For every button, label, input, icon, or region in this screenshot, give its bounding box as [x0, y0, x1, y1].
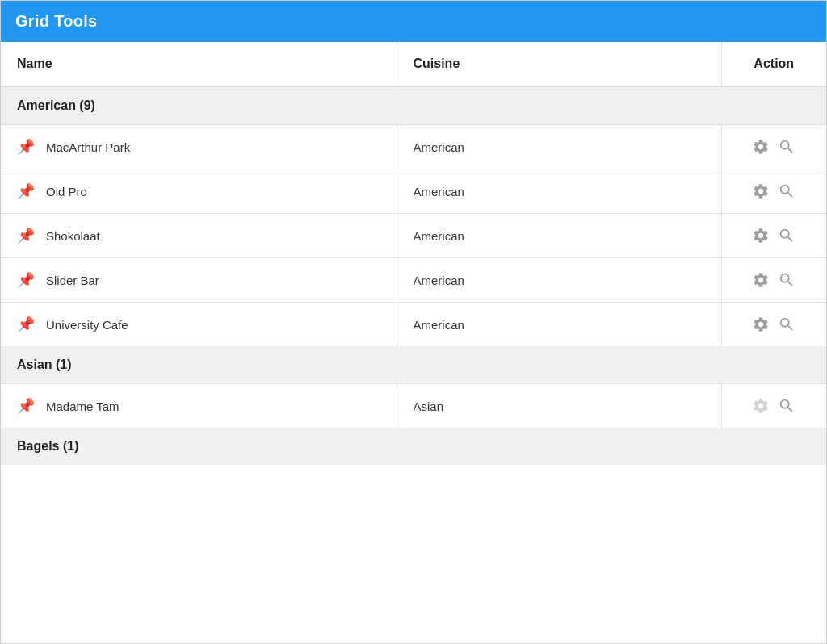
search-icon[interactable] [778, 271, 796, 289]
search-icon[interactable] [778, 182, 796, 200]
header-title: Grid Tools [15, 12, 98, 31]
search-icon[interactable] [778, 397, 796, 415]
action-cell[interactable] [721, 303, 826, 347]
table-row: 📌 MacArthur Park American [1, 125, 826, 169]
pin-icon: 📌 [17, 316, 35, 333]
gear-icon[interactable] [752, 397, 770, 415]
group-row-1: Asian (1) [1, 346, 826, 384]
group-label-1: Asian (1) [1, 346, 826, 384]
search-icon[interactable] [778, 227, 796, 245]
col-header-name: Name [1, 42, 397, 86]
group-label-2: Bagels (1) [1, 428, 826, 465]
name-cell: 📌 Slider Bar [1, 258, 397, 303]
restaurant-name: Shokolaat [46, 229, 100, 243]
restaurant-name: Madame Tam [46, 399, 120, 413]
main-table: Name Cuisine Action American (9) 📌 MacAr… [1, 42, 826, 465]
restaurant-name: MacArthur Park [46, 140, 130, 154]
pin-icon: 📌 [17, 397, 35, 415]
name-cell: 📌 Old Pro [1, 169, 397, 214]
table-row: 📌 Old Pro American [1, 169, 826, 214]
group-label-0: American (9) [1, 86, 826, 125]
action-cell[interactable] [721, 258, 826, 303]
pin-icon: 📌 [17, 182, 35, 200]
gear-icon[interactable] [752, 271, 770, 289]
header: Grid Tools [1, 1, 826, 42]
search-icon[interactable] [778, 138, 796, 156]
search-icon[interactable] [778, 316, 796, 333]
pin-icon: 📌 [17, 271, 35, 289]
table-container: Name Cuisine Action American (9) 📌 MacAr… [1, 42, 826, 643]
restaurant-name: University Cafe [46, 318, 128, 332]
app-container: Grid Tools Name Cuisine Action American … [0, 0, 827, 644]
group-row-2: Bagels (1) [1, 428, 826, 465]
cuisine-cell: American [397, 125, 721, 169]
cuisine-cell: American [397, 303, 721, 347]
cuisine-cell: American [397, 214, 721, 258]
table-row: 📌 Shokolaat American [1, 214, 826, 258]
name-cell: 📌 University Cafe [1, 303, 397, 347]
cuisine-cell: American [397, 169, 721, 214]
action-cell[interactable] [721, 384, 826, 429]
action-cell[interactable] [721, 125, 826, 169]
gear-icon[interactable] [752, 227, 770, 245]
gear-icon[interactable] [752, 316, 770, 333]
cuisine-cell: Asian [397, 384, 721, 429]
action-cell[interactable] [721, 214, 826, 258]
cuisine-cell: American [397, 258, 721, 303]
restaurant-name: Old Pro [46, 185, 87, 199]
table-row: 📌 University Cafe American [1, 303, 826, 347]
name-cell: 📌 Shokolaat [1, 214, 397, 258]
table-row: 📌 Madame Tam Asian [1, 384, 826, 429]
col-header-action: Action [721, 42, 826, 86]
gear-icon[interactable] [752, 138, 770, 156]
col-header-cuisine: Cuisine [397, 42, 721, 86]
name-cell: 📌 MacArthur Park [1, 125, 397, 169]
table-row: 📌 Slider Bar American [1, 258, 826, 303]
pin-icon: 📌 [17, 138, 35, 156]
pin-icon: 📌 [17, 227, 35, 245]
group-row-0: American (9) [1, 86, 826, 125]
gear-icon[interactable] [752, 182, 770, 200]
restaurant-name: Slider Bar [46, 274, 99, 287]
name-cell: 📌 Madame Tam [1, 384, 397, 429]
action-cell[interactable] [721, 169, 826, 214]
